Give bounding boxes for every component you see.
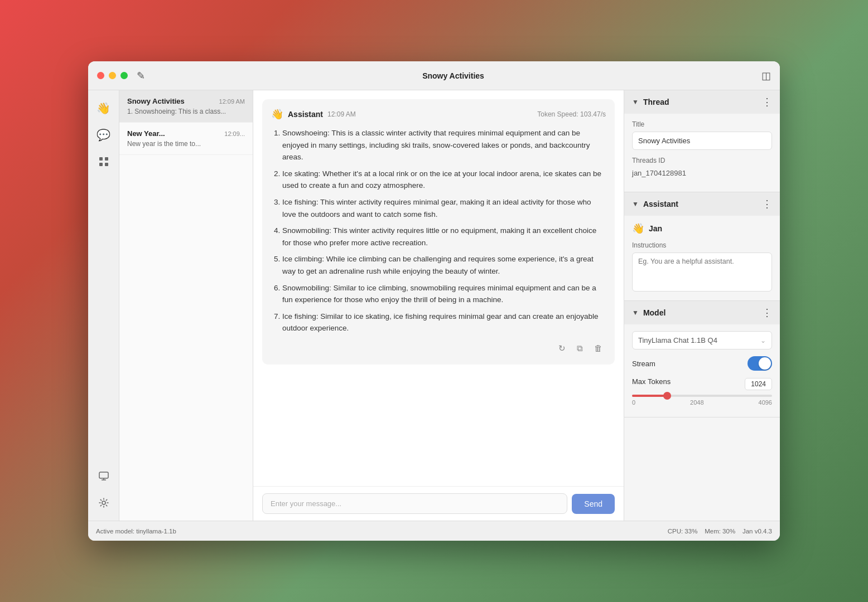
delete-message-button[interactable]: 🗑 — [591, 341, 606, 356]
max-tokens-slider[interactable] — [632, 395, 772, 397]
title-field-label: Title — [632, 120, 772, 128]
thread-chevron-icon[interactable]: ▼ — [632, 98, 639, 106]
thread-time: 12:09... — [224, 130, 245, 137]
thread-title: Snowy Activities — [127, 97, 185, 105]
token-speed: Token Speed: 103.47/s — [537, 110, 606, 118]
svg-rect-0 — [99, 157, 103, 161]
model-more-button[interactable]: ⋮ — [762, 308, 772, 318]
nav-monitor-icon[interactable] — [93, 465, 115, 487]
message-actions: ↻ ⧉ 🗑 — [271, 339, 606, 356]
titlebar: ✎ Snowy Activities ◫ — [88, 61, 780, 90]
window-title: Snowy Activities — [145, 71, 761, 80]
send-button[interactable]: Send — [572, 494, 615, 514]
model-section-title: Model — [643, 308, 666, 317]
stream-label: Stream — [632, 360, 655, 368]
compose-icon[interactable]: ✎ — [137, 70, 145, 82]
slider-max-label: 4096 — [759, 399, 772, 406]
model-name: TinyLlama Chat 1.1B Q4 — [638, 336, 717, 344]
message-author-name: Assistant — [288, 110, 323, 119]
list-item: Snowmobiling: Similar to ice climbing, s… — [282, 282, 606, 306]
chat-input-area: Send — [253, 486, 624, 521]
svg-rect-1 — [105, 157, 108, 161]
statusbar: Active model: tinyllama-1.1b CPU: 33% Me… — [88, 521, 780, 541]
main-layout: 👋 💬 — [88, 90, 780, 521]
status-metrics: CPU: 33% Mem: 30% Jan v0.4.3 — [668, 528, 772, 535]
max-tokens-label: Max Tokens — [632, 377, 671, 386]
threads-id-value: jan_1704128981 — [632, 168, 772, 178]
thread-title: New Year... — [127, 129, 165, 138]
slider-min-label: 0 — [632, 399, 635, 406]
thread-section-header: ▼ Thread ⋮ — [624, 90, 780, 114]
active-model-label: Active model: tinyllama-1.1b — [96, 528, 176, 535]
message-author-time: 12:09 AM — [327, 110, 356, 118]
list-item: Ice fishing: This winter activity requir… — [282, 196, 606, 220]
nav-settings-icon[interactable] — [93, 492, 115, 514]
slider-fill — [632, 395, 667, 397]
list-item: Snowmobiling: This winter activity requi… — [282, 225, 606, 249]
list-item: Ice fishing: Similar to ice skating, ice… — [282, 310, 606, 334]
thread-preview: New year is the time to... — [127, 140, 245, 148]
thread-time: 12:09 AM — [219, 98, 245, 105]
close-button[interactable] — [97, 72, 104, 79]
cpu-status: CPU: 33% — [668, 528, 698, 535]
thread-more-button[interactable]: ⋮ — [762, 97, 772, 107]
maximize-button[interactable] — [120, 72, 128, 79]
list-item: Snowshoeing: This is a classic winter ac… — [282, 127, 606, 163]
assistant-section-header: ▼ Assistant ⋮ — [624, 192, 780, 216]
nav-chat-icon[interactable]: 💬 — [93, 124, 115, 146]
assistant-section-title: Assistant — [643, 200, 678, 208]
assistant-section-name: Jan — [649, 224, 662, 233]
message-block: 👋 Assistant 12:09 AM Token Speed: 103.47… — [262, 99, 615, 365]
slider-thumb — [663, 392, 671, 400]
chat-messages: 👋 Assistant 12:09 AM Token Speed: 103.47… — [253, 90, 624, 486]
assistant-section-content: 👋 Jan Instructions — [624, 216, 780, 300]
model-section-header: ▼ Model ⋮ — [624, 301, 780, 324]
svg-point-7 — [102, 501, 105, 504]
instructions-label: Instructions — [632, 241, 772, 249]
max-tokens-value: 1024 — [745, 378, 772, 390]
icon-nav: 👋 💬 — [88, 90, 119, 521]
model-select-chevron-icon: ⌄ — [760, 337, 766, 344]
model-section: ▼ Model ⋮ TinyLlama Chat 1.1B Q4 ⌄ Strea… — [624, 301, 780, 417]
assistant-emoji: 👋 — [271, 108, 283, 120]
nav-grid-icon[interactable] — [93, 151, 115, 173]
chat-area: 👋 Assistant 12:09 AM Token Speed: 103.47… — [253, 90, 624, 521]
window-controls — [97, 72, 128, 79]
thread-section-content: Title Snowy Activities Threads ID jan_17… — [624, 114, 780, 192]
assistant-section: ▼ Assistant ⋮ 👋 Jan Instructions — [624, 192, 780, 301]
copy-message-button[interactable]: ⧉ — [573, 341, 586, 356]
message-content: Snowshoeing: This is a classic winter ac… — [271, 127, 606, 334]
list-item: Ice skating: Whether it's at a local rin… — [282, 168, 606, 192]
thread-item-newyear[interactable]: New Year... 12:09... New year is the tim… — [119, 123, 253, 155]
svg-rect-4 — [99, 472, 108, 478]
right-panel: ▼ Thread ⋮ Title Snowy Activities Thread… — [624, 90, 780, 521]
chat-input[interactable] — [262, 493, 567, 514]
slider-mid-label: 2048 — [690, 399, 703, 406]
refresh-message-button[interactable]: ↻ — [555, 341, 569, 356]
mem-status: Mem: 30% — [705, 528, 735, 535]
minimize-button[interactable] — [109, 72, 116, 79]
list-item: Ice climbing: While ice climbing can be … — [282, 253, 606, 277]
thread-section: ▼ Thread ⋮ Title Snowy Activities Thread… — [624, 90, 780, 192]
model-chevron-icon[interactable]: ▼ — [632, 309, 639, 317]
assistant-chevron-icon[interactable]: ▼ — [632, 200, 639, 208]
stream-toggle[interactable] — [748, 356, 772, 371]
model-section-content: TinyLlama Chat 1.1B Q4 ⌄ Stream Max Toke… — [624, 324, 780, 417]
version-label: Jan v0.4.3 — [742, 528, 772, 535]
max-tokens-section: Max Tokens 1024 0 2048 4096 — [632, 377, 772, 406]
model-selector[interactable]: TinyLlama Chat 1.1B Q4 ⌄ — [632, 331, 772, 349]
nav-hand-icon[interactable]: 👋 — [93, 97, 115, 119]
assistant-section-emoji: 👋 — [632, 222, 644, 235]
thread-section-title: Thread — [643, 98, 669, 106]
svg-rect-3 — [105, 163, 108, 166]
thread-preview: 1. Snowshoeing: This is a class... — [127, 108, 245, 115]
split-view-icon[interactable]: ◫ — [761, 70, 771, 82]
thread-list: Snowy Activities 12:09 AM 1. Snowshoeing… — [119, 90, 253, 521]
threads-id-label: Threads ID — [632, 157, 772, 164]
thread-item-snowy[interactable]: Snowy Activities 12:09 AM 1. Snowshoeing… — [119, 90, 253, 123]
instructions-input[interactable] — [632, 253, 772, 292]
assistant-more-button[interactable]: ⋮ — [762, 199, 772, 209]
title-field-value[interactable]: Snowy Activities — [632, 132, 772, 150]
message-author: 👋 Assistant 12:09 AM — [271, 108, 356, 120]
svg-rect-2 — [99, 163, 103, 166]
